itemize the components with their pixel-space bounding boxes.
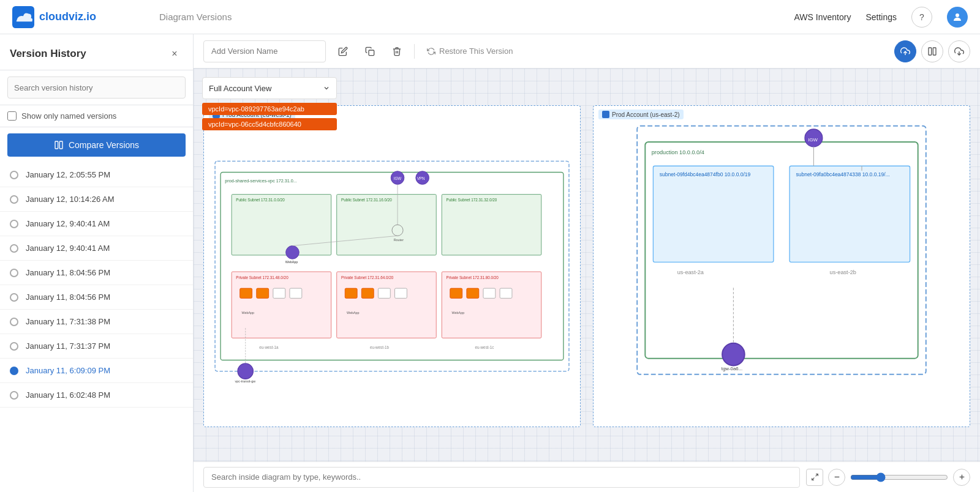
copy-version-button[interactable]: [360, 42, 380, 61]
upload-icon: [900, 47, 910, 56]
person-icon: [952, 12, 963, 23]
svg-text:WebApp: WebApp: [241, 311, 254, 315]
fullscreen-button[interactable]: [806, 469, 823, 486]
panel-right-label: Prod Account (us-east-2): [612, 111, 680, 118]
filter-dropdown[interactable]: Full Account View: [202, 77, 337, 99]
svg-text:WebApp: WebApp: [347, 311, 360, 315]
vpc-pill-1[interactable]: vpcId=vpc-089297763ae94c2ab: [202, 103, 337, 115]
diagram-controls: Full Account View vpcId=vpc-089297763ae9…: [202, 77, 337, 130]
compare-icon: [54, 140, 64, 150]
delete-version-button[interactable]: [387, 42, 407, 61]
version-date-text: January 12, 2:05:55 PM: [26, 170, 110, 179]
svg-text:VPN: VPN: [417, 176, 425, 181]
toolbar-right: [894, 40, 970, 62]
svg-rect-28: [337, 272, 437, 338]
diagrams-container: Prod Account (eu-west-1) prod-shared-ser…: [203, 105, 970, 427]
version-dot: [10, 171, 18, 179]
version-list-item[interactable]: January 11, 8:04:56 PM: [0, 285, 193, 310]
named-versions-checkbox[interactable]: [7, 111, 17, 121]
logo-text: cloudviz.io: [39, 10, 96, 23]
version-list-item[interactable]: January 11, 7:31:38 PM: [0, 310, 193, 334]
main-content: Restore This Version: [194, 34, 980, 492]
zoom-controls: [806, 469, 970, 486]
version-list-item[interactable]: January 11, 8:04:56 PM: [0, 261, 193, 285]
top-navigation: cloudviz.io Diagram Versions AWS Invento…: [0, 0, 980, 34]
chevron-down-icon: [323, 84, 330, 92]
svg-text:Public Subnet 172.31.0.0/20: Public Subnet 172.31.0.0/20: [236, 198, 285, 202]
svg-rect-39: [395, 288, 407, 298]
svg-rect-41: [467, 288, 479, 298]
settings-link[interactable]: Settings: [865, 12, 897, 22]
restore-version-button[interactable]: Restore This Version: [422, 47, 518, 56]
svg-text:Private Subnet 172.31.64.0/20: Private Subnet 172.31.64.0/20: [341, 275, 394, 280]
svg-text:eu-west-1c: eu-west-1c: [475, 345, 494, 349]
trash-icon: [392, 47, 402, 56]
version-date-text: January 11, 7:31:37 PM: [26, 341, 110, 351]
copy-icon: [365, 47, 375, 56]
user-avatar[interactable]: [947, 7, 968, 28]
svg-text:Public Subnet 172.31.16.0/20: Public Subnet 172.31.16.0/20: [341, 198, 392, 202]
edit-version-button[interactable]: [333, 42, 353, 61]
diagram-panel-right: Prod Account (us-east-2) production 10.0…: [593, 105, 970, 427]
search-inside-diagram[interactable]: [203, 467, 800, 488]
zoom-in-button[interactable]: [953, 469, 970, 486]
svg-point-1: [956, 13, 959, 17]
page-title: Diagram Versions: [159, 12, 782, 22]
version-dot: [10, 367, 18, 375]
upload-button[interactable]: [894, 40, 916, 62]
version-date-text: January 11, 7:31:38 PM: [26, 317, 110, 326]
version-date-text: January 11, 6:09:09 PM: [26, 366, 110, 375]
svg-text:production 10.0.0.0/4: production 10.0.0.0/4: [652, 149, 704, 155]
search-input[interactable]: [7, 76, 186, 99]
version-list-item[interactable]: January 12, 9:40:41 AM: [0, 236, 193, 261]
version-list-item[interactable]: January 12, 10:14:26 AM: [0, 187, 193, 212]
diagram-toolbar: Restore This Version: [194, 34, 980, 69]
aws-inventory-link[interactable]: AWS Inventory: [794, 12, 851, 22]
zoom-out-button[interactable]: [828, 469, 845, 486]
version-history-sidebar: Version History × Show only named versio…: [0, 34, 194, 492]
svg-rect-16: [442, 195, 541, 255]
svg-rect-12: [232, 195, 331, 255]
svg-rect-4: [369, 50, 374, 56]
panel-right-icon: [602, 111, 609, 118]
version-list-item[interactable]: January 11, 6:09:09 PM: [0, 359, 193, 383]
svg-text:us-east-2a: us-east-2a: [677, 269, 704, 275]
svg-line-74: [812, 478, 814, 480]
version-list-item[interactable]: January 12, 2:05:55 PM: [0, 163, 193, 187]
compare-icon-button[interactable]: [921, 40, 943, 62]
svg-rect-30: [442, 272, 541, 338]
zoom-slider[interactable]: [850, 472, 948, 482]
restore-icon: [427, 47, 435, 56]
logo-area: cloudviz.io: [12, 6, 135, 28]
svg-rect-64: [790, 166, 910, 262]
version-list-item[interactable]: January 11, 7:31:37 PM: [0, 334, 193, 359]
svg-rect-33: [257, 288, 269, 298]
version-list-item[interactable]: January 11, 6:02:48 PM: [0, 383, 193, 408]
named-versions-filter: Show only named versions: [0, 105, 193, 127]
svg-line-73: [815, 474, 818, 477]
compare-versions-button[interactable]: Compare Versions: [7, 133, 186, 157]
svg-rect-36: [345, 288, 357, 298]
close-sidebar-button[interactable]: ×: [166, 45, 183, 62]
download-button[interactable]: [948, 40, 970, 62]
svg-text:Router: Router: [394, 238, 404, 242]
svg-text:eu-west-1b: eu-west-1b: [370, 345, 390, 349]
filter-label: Full Account View: [209, 84, 271, 93]
version-date-text: January 11, 8:04:56 PM: [26, 293, 110, 302]
svg-rect-26: [232, 272, 331, 338]
sidebar-title: Version History: [10, 48, 86, 60]
version-date-text: January 11, 6:02:48 PM: [26, 390, 110, 400]
svg-rect-43: [500, 288, 512, 298]
minus-icon: [833, 473, 841, 481]
svg-text:Public Subnet 172.31.32.0/20: Public Subnet 172.31.32.0/20: [446, 198, 497, 202]
version-name-input[interactable]: [203, 40, 326, 62]
version-dot: [10, 220, 18, 228]
diagram-area: Full Account View vpcId=vpc-089297763ae9…: [194, 69, 980, 461]
version-dot: [10, 391, 18, 400]
version-list-item[interactable]: January 12, 9:40:41 AM: [0, 212, 193, 236]
vpc-pill-2[interactable]: vpcId=vpc-06cc5d4cbfc860640: [202, 118, 337, 130]
svg-point-50: [238, 363, 253, 379]
help-button[interactable]: ?: [911, 7, 932, 28]
version-list: January 12, 2:05:55 PMJanuary 12, 10:14:…: [0, 163, 193, 492]
svg-text:eu-west-1a: eu-west-1a: [259, 345, 279, 349]
